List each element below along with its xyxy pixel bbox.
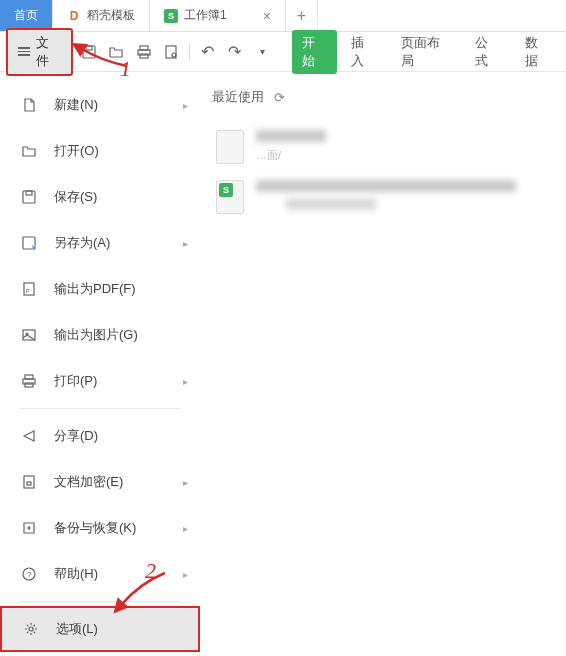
svg-rect-4 (140, 54, 148, 58)
menu-open[interactable]: 打开(O) (0, 128, 200, 174)
print-icon[interactable] (132, 40, 155, 64)
menu-export-pdf[interactable]: P 输出为PDF(F) (0, 266, 200, 312)
svg-rect-14 (25, 375, 33, 379)
menu-save-as-label: 另存为(A) (54, 234, 110, 252)
image-icon (20, 326, 38, 344)
save-icon[interactable] (77, 40, 100, 64)
svg-text:?: ? (27, 570, 32, 579)
menu-encrypt[interactable]: 文档加密(E) ▸ (0, 459, 200, 505)
plus-icon: + (297, 7, 306, 25)
ribbon-layout[interactable]: 页面布局 (391, 30, 462, 74)
menu-share[interactable]: 分享(D) (0, 413, 200, 459)
recent-file-item[interactable]: …面/ (212, 122, 554, 172)
dropdown-icon[interactable]: ▾ (251, 40, 274, 64)
undo-icon[interactable]: ↶ (196, 40, 219, 64)
divider (20, 601, 180, 602)
chevron-right-icon: ▸ (183, 100, 188, 111)
file-button-label: 文件 (36, 34, 61, 70)
chevron-right-icon: ▸ (183, 569, 188, 580)
recent-file-item[interactable] (212, 172, 554, 224)
menu-export-pdf-label: 输出为PDF(F) (54, 280, 136, 298)
divider (20, 408, 180, 409)
menu-open-label: 打开(O) (54, 142, 99, 160)
menu-options[interactable]: 选项(L) (0, 606, 200, 652)
file-menu-sidebar: 新建(N) ▸ 打开(O) 保存(S) 另存为(A) ▸ P 输出为PDF(F)… (0, 72, 200, 656)
ribbon-insert[interactable]: 插入 (341, 30, 386, 74)
menu-save-as[interactable]: 另存为(A) ▸ (0, 220, 200, 266)
menu-print[interactable]: 打印(P) ▸ (0, 358, 200, 404)
share-icon (20, 427, 38, 445)
ribbon-data[interactable]: 数据 (515, 30, 560, 74)
chevron-right-icon: ▸ (183, 238, 188, 249)
tab-template[interactable]: D 稻壳模板 (53, 0, 150, 31)
menu-options-label: 选项(L) (56, 620, 98, 638)
print-menu-icon (20, 372, 38, 390)
menu-help-label: 帮助(H) (54, 565, 98, 583)
template-icon: D (67, 9, 81, 23)
help-icon: ? (20, 565, 38, 583)
recent-panel: 最近使用 ⟳ …面/ (200, 72, 566, 656)
svg-rect-0 (83, 46, 95, 58)
tab-template-label: 稻壳模板 (87, 7, 135, 24)
recent-file-text: …面/ (256, 130, 550, 163)
ribbon-start[interactable]: 开始 (292, 30, 337, 74)
menu-help[interactable]: ? 帮助(H) ▸ (0, 551, 200, 597)
menu-new[interactable]: 新建(N) ▸ (0, 82, 200, 128)
recent-label: 最近使用 (212, 88, 264, 106)
svg-point-21 (29, 627, 33, 631)
svg-point-6 (172, 53, 176, 57)
new-file-icon (20, 96, 38, 114)
tab-workbook-label: 工作簿1 (184, 7, 227, 24)
menu-backup[interactable]: 备份与恢复(K) ▸ (0, 505, 200, 551)
menu-export-image-label: 输出为图片(G) (54, 326, 138, 344)
menu-backup-label: 备份与恢复(K) (54, 519, 136, 537)
save-as-icon (20, 234, 38, 252)
tab-workbook[interactable]: S 工作簿1 × (150, 0, 286, 31)
tab-home[interactable]: 首页 (0, 0, 53, 31)
lock-icon (20, 473, 38, 491)
svg-text:P: P (26, 288, 30, 294)
svg-rect-1 (86, 46, 92, 50)
recent-file-text (256, 180, 550, 216)
separator (189, 43, 190, 61)
svg-rect-8 (26, 191, 32, 195)
svg-rect-7 (23, 191, 35, 203)
file-thumb-icon (216, 130, 244, 164)
menu-exit[interactable]: 退出(Q) (0, 652, 200, 656)
tab-new[interactable]: + (286, 0, 318, 31)
pdf-icon: P (20, 280, 38, 298)
hamburger-icon (18, 47, 30, 56)
gear-icon (22, 620, 40, 638)
menu-encrypt-label: 文档加密(E) (54, 473, 123, 491)
chevron-right-icon: ▸ (183, 477, 188, 488)
menu-print-label: 打印(P) (54, 372, 97, 390)
redo-icon[interactable]: ↷ (223, 40, 246, 64)
menu-save-label: 保存(S) (54, 188, 97, 206)
spreadsheet-icon: S (164, 9, 178, 23)
backup-icon (20, 519, 38, 537)
menu-share-label: 分享(D) (54, 427, 98, 445)
ribbon-formula[interactable]: 公式 (465, 30, 510, 74)
menu-save[interactable]: 保存(S) (0, 174, 200, 220)
refresh-icon[interactable]: ⟳ (274, 90, 285, 105)
menu-new-label: 新建(N) (54, 96, 98, 114)
svg-rect-18 (27, 482, 31, 485)
svg-rect-5 (166, 46, 176, 58)
file-button[interactable]: 文件 (6, 28, 73, 76)
preview-icon[interactable] (159, 40, 182, 64)
folder-icon[interactable] (104, 40, 127, 64)
chevron-right-icon: ▸ (183, 523, 188, 534)
open-folder-icon (20, 142, 38, 160)
spreadsheet-thumb-icon (216, 180, 244, 214)
tab-home-label: 首页 (14, 7, 38, 24)
close-icon[interactable]: × (263, 8, 271, 24)
chevron-right-icon: ▸ (183, 376, 188, 387)
menu-export-image[interactable]: 输出为图片(G) (0, 312, 200, 358)
save-file-icon (20, 188, 38, 206)
